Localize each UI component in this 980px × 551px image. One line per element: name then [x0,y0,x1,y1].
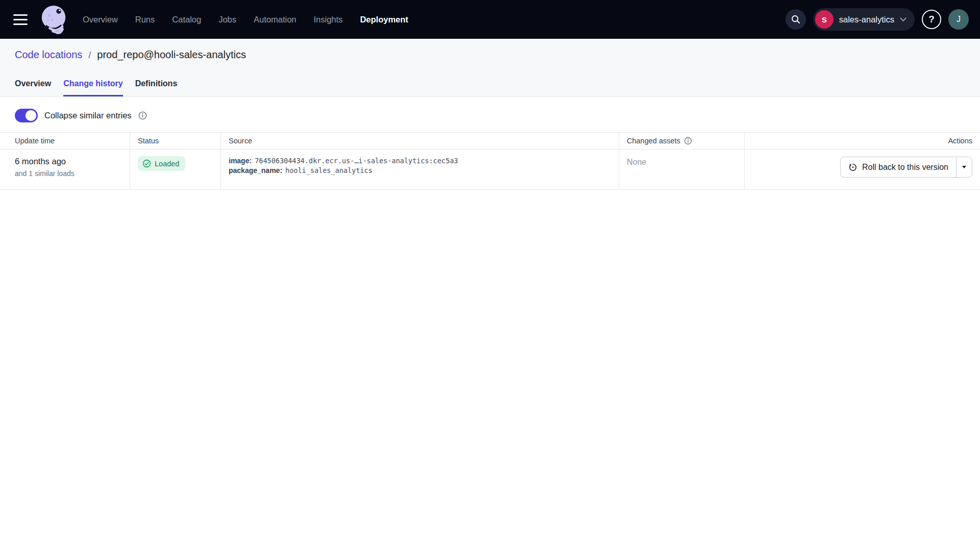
hamburger-menu-icon[interactable] [13,11,31,28]
table-header-row: Update time Status Source Changed assets… [0,132,980,149]
collapse-similar-label: Collapse similar entries [44,111,132,120]
nav-item-runs[interactable]: Runs [135,15,155,24]
check-circle-icon [142,159,151,168]
tab-change-history[interactable]: Change history [63,79,122,96]
help-button[interactable]: ? [922,10,941,29]
caret-down-icon [962,166,966,168]
change-history-table: Update time Status Source Changed assets… [0,132,980,190]
rollback-icon [848,163,857,172]
breadcrumb-code-locations-link[interactable]: Code locations [15,49,82,61]
workspace-switcher[interactable]: S sales-analytics [813,8,915,31]
collapse-similar-toggle[interactable] [15,109,38,122]
breadcrumb-separator: / [88,50,91,61]
user-avatar[interactable]: J [948,9,969,30]
workspace-badge: S [815,10,834,29]
status-badge: Loaded [138,156,185,171]
tab-bar: Overview Change history Definitions [0,79,980,96]
breadcrumb-current-location: prod_repo@hooli-sales-analytics [97,49,246,61]
changed-assets-info-icon[interactable] [684,137,692,145]
help-icon: ? [928,14,935,25]
nav-item-deployment[interactable]: Deployment [360,15,408,24]
update-time-cell: 6 months ago and 1 similar loads [0,149,130,189]
changed-assets-cell: None [619,149,745,189]
source-image-value: 764506304434.dkr.ecr.us-…i-sales-analyti… [255,157,458,165]
rollback-options-button[interactable] [956,157,972,177]
collapse-similar-controls: Collapse similar entries [15,108,980,122]
changed-assets-value: None [627,149,744,167]
tab-definitions[interactable]: Definitions [135,79,178,96]
dagster-logo[interactable] [39,3,68,36]
search-icon [791,14,801,24]
status-label: Loaded [155,160,179,168]
chevron-down-icon [900,17,906,22]
nav-item-catalog[interactable]: Catalog [172,15,201,24]
header-source: Source [221,133,619,149]
status-cell: Loaded [130,149,221,189]
header-actions: Actions [745,133,980,149]
workspace-name: sales-analytics [839,15,894,24]
collapse-info-icon[interactable] [138,111,147,120]
tab-overview[interactable]: Overview [15,79,51,96]
top-navbar: Overview Runs Catalog Jobs Automation In… [0,0,980,39]
source-cell: image: 764506304434.dkr.ecr.us-…i-sales-… [221,149,619,189]
breadcrumb: Code locations / prod_repo@hooli-sales-a… [0,39,980,61]
topbar-right-cluster: S sales-analytics ? J [786,8,969,31]
main-nav: Overview Runs Catalog Jobs Automation In… [83,15,408,24]
rollback-split-button: Roll back to this version [840,157,972,178]
nav-item-insights[interactable]: Insights [314,15,343,24]
actions-cell: Roll back to this version [745,149,980,189]
rollback-button[interactable]: Roll back to this version [841,157,956,177]
similar-loads-note: and 1 similar loads [15,169,130,178]
search-button[interactable] [786,9,806,30]
nav-item-overview[interactable]: Overview [83,15,118,24]
rollback-button-label: Roll back to this version [862,163,948,172]
update-time-value: 6 months ago [15,149,130,166]
source-package-value: hooli_sales_analytics [285,166,373,174]
nav-item-jobs[interactable]: Jobs [218,15,236,24]
table-row: 6 months ago and 1 similar loads Loaded … [0,149,980,190]
header-status: Status [130,133,221,149]
octopus-logo-icon [39,4,68,35]
header-update-time: Update time [0,133,130,149]
header-changed-assets: Changed assets [619,133,745,149]
source-package-label: package_name: [229,166,282,174]
source-image-label: image: [229,157,252,165]
nav-item-automation[interactable]: Automation [254,15,296,24]
page-header: Code locations / prod_repo@hooli-sales-a… [0,39,980,97]
